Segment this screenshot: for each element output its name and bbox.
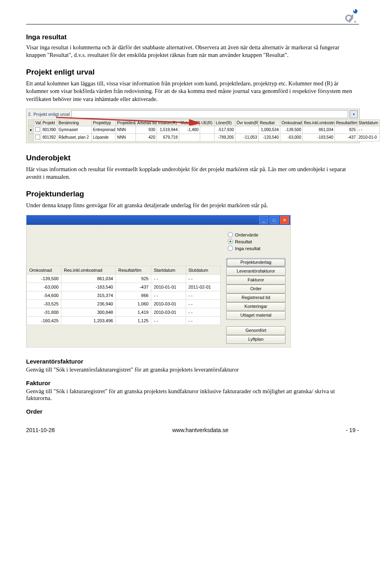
projekt-grid-table: Vald Projekt Benämning Projekttyp Projek… [28, 119, 380, 141]
subhead-order: Order [26, 408, 359, 415]
window-titlebar: _ □ ✕ [26, 215, 290, 225]
button-fakturor[interactable]: Fakturor [226, 276, 286, 285]
para-leverantorsfakturor: Genväg till "Sök i leverantörsfakturareg… [26, 366, 359, 373]
page-footer: 2011-10-28 www.hantverksdata.se - 19 - [26, 427, 359, 433]
table-row[interactable]: ▸801390GymnasietEntreprenadNNN9301,519,9… [28, 126, 380, 133]
para-inga-resultat: Visar inga resultat i kolumnerna och är … [26, 44, 359, 59]
table-row[interactable]: -139,500861,034925- -- - [27, 275, 221, 283]
radio-ordervärde[interactable]: Ordervärde [226, 231, 286, 238]
button-uttaget-material[interactable]: Uttaget material [226, 311, 286, 320]
ob-logo-icon [344, 8, 359, 22]
screenshot-projekt-grid: 2. Projekt enligt urval ▾ [26, 109, 360, 143]
button-genomfört[interactable]: Genomfört [226, 326, 286, 335]
subhead-leverantorsfakturor: Leverantörsfakturor [26, 358, 359, 365]
button-konteringar[interactable]: Konteringar [226, 302, 286, 311]
footer-page: - 19 - [346, 427, 359, 433]
result-table: Omkostnad Res.inkl.omkostnad Resultat/ti… [26, 266, 221, 325]
button-order[interactable]: Order [226, 285, 286, 293]
footer-url: www.hantverksdata.se [172, 427, 228, 433]
table-row[interactable]: -31,800300,8481,4192010-03-01- - [27, 308, 221, 317]
heading-projektunderlag: Projektunderlag [26, 190, 359, 198]
grid-section-title: Projekt enligt urval [33, 112, 70, 117]
minimize-button[interactable]: _ [259, 216, 268, 224]
para-projektunderlag: Under denna knapp finns genvägar för att… [26, 202, 359, 209]
grid-section-num: 2. [28, 112, 32, 117]
top-rule [26, 24, 359, 24]
para-fakturor: Genväg till "Sök i fakturaregistret" för… [26, 388, 359, 402]
para-underobjekt: Här visas information och resultat för e… [26, 166, 359, 181]
svg-rect-1 [354, 9, 355, 11]
button-leverantörsfakturor[interactable]: Leverantörsfakturor [226, 267, 286, 276]
table-row[interactable]: -63,000-183,540-4372010-01-012011-02-01 [27, 283, 221, 291]
svg-point-0 [353, 9, 358, 14]
heading-projekt-enligt-urval: Projekt enligt urval [26, 68, 359, 77]
table-row[interactable]: 801392Rådhuset, plan 2LöpandeNNN420679,7… [28, 133, 380, 141]
heading-inga-resultat: Inga resultat [26, 33, 359, 41]
subhead-fakturor: Fakturor [26, 380, 359, 386]
radio-resultat[interactable]: Resultat [226, 238, 286, 245]
screenshot-projektunderlag-panel: _ □ ✕ Omkostnad Res.inkl.omkostnad Resul… [26, 215, 291, 348]
radio-inga-resultat[interactable]: Inga resultat [226, 245, 286, 252]
table-row[interactable]: -160,4251,203,4961,125- -- - [27, 317, 221, 325]
button-lyftplan[interactable]: Lyftplan [226, 335, 286, 344]
maximize-button[interactable]: □ [270, 216, 279, 224]
grid-header-row: Vald Projekt Benämning Projekttyp Projek… [28, 119, 380, 126]
button-registrerad-tid[interactable]: Registrerad tid [226, 293, 286, 302]
button-projektunderlag[interactable]: Projektunderlag [226, 258, 286, 267]
table-row[interactable]: -33,525236,9401,0602010-03-01- - [27, 300, 221, 308]
grid-filter-field[interactable] [71, 110, 348, 118]
footer-date: 2011-10-28 [26, 427, 55, 433]
para-projekt-enligt-urval: Ett antal kolumner kan läggas till, viss… [26, 80, 359, 103]
table-row[interactable]: -54,600315,374866- -- - [27, 291, 221, 300]
grid-filter-dropdown[interactable]: ▾ [350, 110, 358, 118]
heading-underobjekt: Underobjekt [26, 154, 359, 162]
close-button[interactable]: ✕ [280, 216, 289, 224]
